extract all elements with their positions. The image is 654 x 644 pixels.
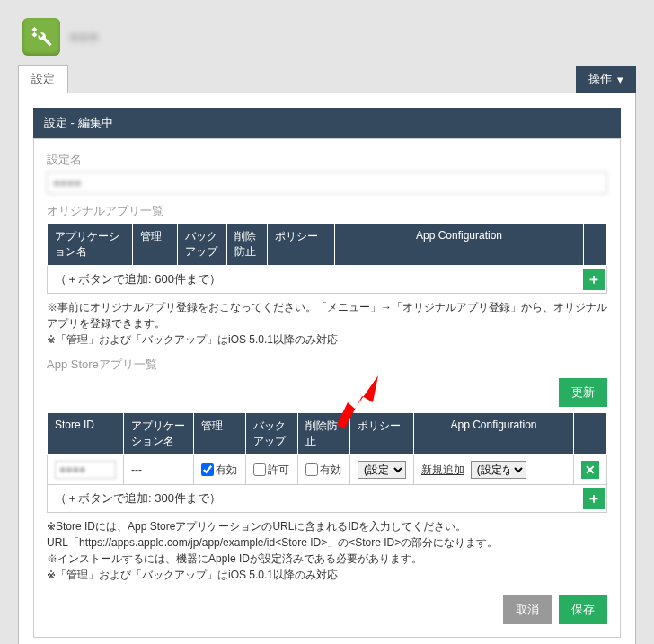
appstore-add-button[interactable]: ＋ [583,488,605,509]
delete-checkbox-cell[interactable]: 有効 [305,463,342,478]
manage-checkbox-cell[interactable]: 有効 [201,463,238,478]
cancel-button[interactable]: 取消 [503,595,552,624]
app-title: ■■■ [69,28,99,47]
th-delete-prevent: 削除防止 [227,224,268,266]
config-select[interactable]: (設定な [471,461,526,479]
th-backup: バックアップ [178,224,227,266]
th-as-action [574,413,607,455]
app-header: ■■■ [0,0,654,65]
tab-settings[interactable]: 設定 [18,65,68,93]
backup-checkbox[interactable] [253,463,266,476]
delete-button[interactable]: ✕ [581,461,599,479]
original-add-button[interactable]: ＋ [583,269,605,290]
manage-checkbox[interactable] [201,463,214,476]
save-button[interactable]: 保存 [559,595,607,624]
manage-checkbox-label: 有効 [216,463,237,478]
store-id-input[interactable] [55,461,116,479]
backup-checkbox-label: 許可 [268,463,289,478]
original-add-text: （＋ボタンで追加: 600件まで） [48,266,228,293]
chevron-down-icon: ▾ [617,73,623,86]
tools-icon [22,18,60,56]
original-apps-label: オリジナルアプリ一覧 [47,203,607,219]
th-action [584,224,607,266]
policy-select[interactable]: (設定 [358,461,406,479]
th-policy: ポリシー [268,224,335,266]
new-add-link[interactable]: 新規追加 [421,463,464,476]
original-apps-table: アプリケーション名 管理 バックアップ 削除防止 ポリシー App Config… [47,223,607,266]
appstore-add-text: （＋ボタンで追加: 300件まで） [48,485,228,512]
setting-name-label: 設定名 [47,152,607,168]
delete-checkbox[interactable] [305,463,318,476]
action-dropdown-label: 操作 [588,71,612,87]
th-as-app-name: アプリケーション名 [124,413,194,455]
original-add-row: （＋ボタンで追加: 600件まで） ＋ [47,266,607,294]
section-header: 設定 - 編集中 [33,108,621,138]
th-app-config: App Configuration [335,224,584,266]
th-app-name: アプリケーション名 [48,224,133,266]
appstore-apps-note: ※Store IDには、App StoreアプリケーションのURLに含まれるID… [47,518,607,583]
inner-panel: 設定名 オリジナルアプリ一覧 アプリケーション名 管理 バックアップ 削除防止 … [33,138,621,638]
th-as-config: App Configuration [414,413,574,455]
tabs-row: 設定 操作 ▾ [0,65,654,93]
appstore-add-row: （＋ボタンで追加: 300件まで） ＋ [47,485,607,513]
appstore-apps-label: App Storeアプリ一覧 [47,357,607,373]
th-manage: 管理 [133,224,178,266]
backup-checkbox-cell[interactable]: 許可 [253,463,290,478]
delete-checkbox-label: 有効 [320,463,341,478]
appstore-apps-table: Store ID アプリケーション名 管理 バックアップ 削除防止 ポリシー A… [47,412,607,485]
th-as-policy: ポリシー [350,413,414,455]
th-as-backup: バックアップ [246,413,298,455]
update-button[interactable]: 更新 [559,378,607,407]
th-as-delete: 削除防止 [298,413,350,455]
cell-app-name: --- [124,455,194,485]
setting-name-input[interactable] [47,172,607,194]
table-row: --- 有効 許可 [48,455,607,485]
action-dropdown[interactable]: 操作 ▾ [576,66,636,93]
main-panel: 設定 - 編集中 設定名 オリジナルアプリ一覧 アプリケーション名 管理 バック… [18,93,636,644]
original-apps-note: ※事前にオリジナルアプリ登録をおこなってください。「メニュー」→「オリジナルアプ… [47,299,607,348]
th-as-manage: 管理 [194,413,246,455]
th-store-id: Store ID [48,413,124,455]
